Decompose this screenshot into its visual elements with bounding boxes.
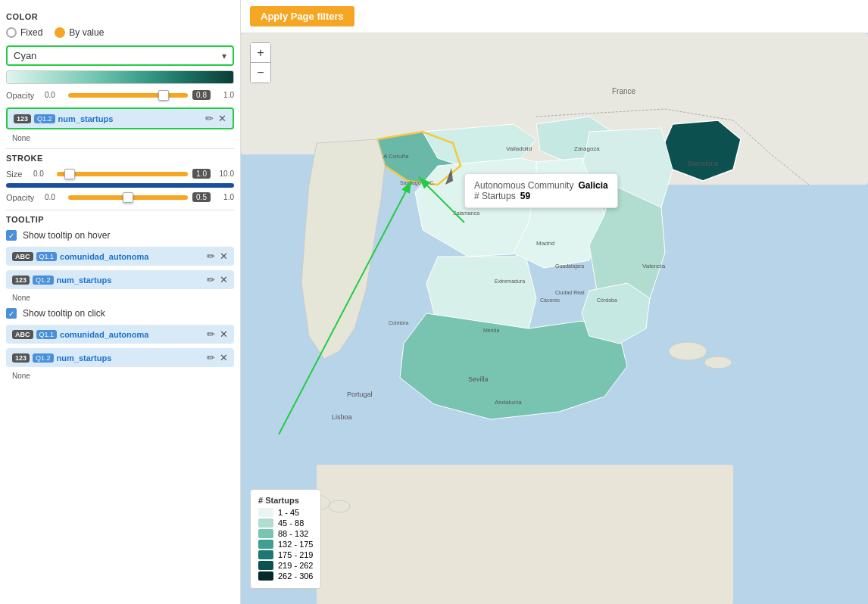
map-tooltip: Autonomous Community Galicia # Startups … [464,173,618,208]
click-field-none-1: None [12,372,234,380]
stroke-opacity-min: 0.0 [45,193,64,201]
chevron-down-icon: ▾ [222,51,226,61]
zoom-in-button[interactable]: + [251,43,270,63]
stroke-opacity-thumb[interactable] [123,192,133,203]
hover-field-card-1: 123 Q1.2 num_startups ✏ ✕ [6,270,234,289]
legend-item-5: 219 - 262 [258,561,313,570]
legend-color-0 [258,508,273,517]
tag-abc-click-0: ABC [12,330,33,339]
stroke-size-max: 10.0 [215,170,234,178]
zoom-controls: + − [250,42,271,83]
color-field-name: num_startups [58,114,201,123]
remove-click-field-0-icon[interactable]: ✕ [220,328,228,340]
legend-item-4: 175 - 219 [258,550,313,559]
tag-q11-hover-0: Q1.1 [36,252,58,261]
stroke-size-slider[interactable] [57,172,188,176]
tooltip-startups-row: # Startups 59 [474,191,608,201]
color-select-wrapper[interactable]: Cyan ▾ [6,45,234,66]
svg-point-4 [669,342,707,360]
svg-text:Andalucía: Andalucía [495,399,522,406]
click-field-card-0: ABC Q1.1 comunidad_autonoma ✏ ✕ [6,325,234,344]
stroke-opacity-slider[interactable] [68,195,188,200]
opacity-slider-track[interactable] [68,93,188,98]
fixed-radio-option[interactable]: Fixed [6,27,42,38]
apply-filters-button[interactable]: Apply Page filters [250,6,354,26]
legend-color-1 [258,518,273,528]
top-bar: Apply Page filters [241,0,868,33]
stroke-section-title: STROKE [6,154,234,163]
remove-click-field-1-icon[interactable]: ✕ [220,352,228,363]
stroke-size-row: Size 0.0 1.0 10.0 [6,169,234,179]
show-hover-checkbox[interactable]: ✓ [6,230,17,241]
map-container[interactable]: A Coruña Santiago de C. Madrid Barcelona… [241,33,868,604]
opacity-max: 1.0 [215,91,234,99]
svg-text:Cáceres: Cáceres [540,297,560,303]
svg-point-7 [329,500,350,512]
remove-hover-field-0-icon[interactable]: ✕ [220,251,228,262]
legend-range-3: 132 - 175 [278,540,313,549]
tag-q12-click-1: Q1.2 [33,353,54,363]
legend-item-0: 1 - 45 [258,508,313,517]
legend-title: # Startups [258,496,313,505]
legend-range-6: 262 - 306 [278,571,313,581]
svg-text:Coimbra: Coimbra [389,320,409,325]
fixed-radio-label: Fixed [20,27,42,38]
svg-text:Mérida: Mérida [483,328,500,333]
edit-hover-field-1-icon[interactable]: ✏ [207,274,215,285]
stroke-opacity-max: 1.0 [215,193,234,201]
stroke-color-bar [6,183,234,188]
left-panel: COLOR Fixed By value Cyan ▾ Opacity 0.0 … [0,0,241,604]
show-tooltip-hover-row: ✓ Show tooltip on hover [6,230,234,241]
stroke-opacity-row: Opacity 0.0 0.5 1.0 [6,192,234,202]
hover-field-card-0: ABC Q1.1 comunidad_autonoma ✏ ✕ [6,247,234,266]
legend-item-2: 88 - 132 [258,529,313,538]
tooltip-community-value: Galicia [578,180,607,191]
tag-q12-color: Q1.2 [34,114,55,123]
svg-text:Sevilla: Sevilla [468,375,489,383]
size-label: Size [6,170,29,179]
legend-item-1: 45 - 88 [258,518,313,528]
hover-field-name-0: comunidad_autonoma [60,252,202,261]
tooltip-startups-value: 59 [520,191,530,201]
show-click-checkbox[interactable]: ✓ [6,308,17,319]
legend-color-3 [258,540,273,549]
tag-abc-hover-0: ABC [12,252,33,261]
tag-q11-click-0: Q1.1 [36,330,58,339]
svg-text:Portugal: Portugal [347,391,373,398]
stroke-size-value: 1.0 [192,169,211,179]
tag-q12-hover-1: Q1.2 [33,276,54,285]
remove-color-field-icon[interactable]: ✕ [218,113,226,124]
svg-rect-3 [317,465,733,604]
opacity-min: 0.0 [45,91,64,99]
edit-color-field-icon[interactable]: ✏ [205,113,214,124]
legend-item-6: 262 - 306 [258,571,313,581]
edit-click-field-0-icon[interactable]: ✏ [207,328,215,340]
fixed-radio-circle [6,27,17,38]
edit-click-field-1-icon[interactable]: ✏ [207,352,215,363]
svg-text:A Coruña: A Coruña [383,153,409,160]
divider-2 [6,210,234,210]
remove-hover-field-1-icon[interactable]: ✕ [220,274,228,285]
by-value-radio-option[interactable]: By value [55,27,104,38]
stroke-size-thumb[interactable] [64,169,75,179]
svg-text:Madrid: Madrid [536,240,554,247]
svg-text:Guadalajara: Guadalajara [555,263,584,269]
legend-range-4: 175 - 219 [278,550,313,559]
edit-hover-field-0-icon[interactable]: ✏ [207,251,215,262]
legend-range-5: 219 - 262 [278,561,313,570]
tag-123-click-1: 123 [12,353,30,363]
svg-text:Barcelona: Barcelona [688,160,719,167]
stroke-size-min: 0.0 [33,170,52,178]
svg-text:Córdoba: Córdoba [597,297,617,303]
zoom-out-button[interactable]: − [251,63,270,83]
right-panel: Apply Page filters [241,0,868,604]
svg-text:Valladolid: Valladolid [506,145,532,152]
hover-field-none-1: None [12,294,234,302]
color-select-text: Cyan [14,50,222,61]
opacity-slider-thumb[interactable] [158,90,169,101]
divider-1 [6,148,234,149]
svg-text:Santiago de C.: Santiago de C. [400,180,435,186]
svg-text:Lisboa: Lisboa [332,413,352,421]
tag-123: 123 [14,114,31,123]
color-gradient-bar [6,70,234,84]
